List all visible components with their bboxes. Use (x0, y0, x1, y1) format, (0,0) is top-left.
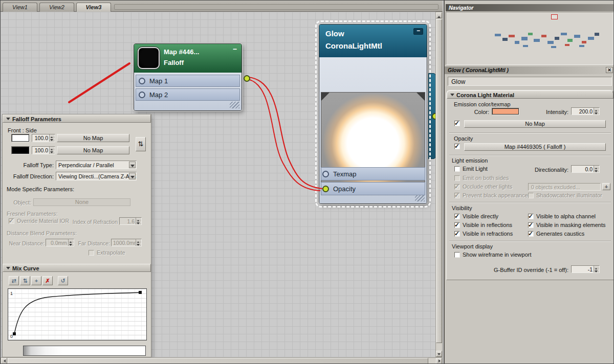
swap-colors-button[interactable]: ⇅ (136, 137, 146, 151)
falloff-node-header[interactable]: Map #446... − Falloff (134, 44, 242, 73)
opacity-map-button[interactable]: Map #4469305 ( Falloff ) (464, 143, 606, 151)
scroll-left-icon[interactable] (1, 358, 7, 364)
navigator-titlebar[interactable]: Navigator (446, 4, 614, 11)
visible-masking-label: Visible in masking elements (536, 222, 606, 228)
horizontal-scroll-thumb[interactable] (8, 358, 428, 364)
material-header-title: Glow ( CoronaLightMtl ) (448, 67, 509, 73)
falloff-direction-dropdown[interactable]: Viewing Directi...(Camera Z-Axis) (56, 172, 137, 180)
scroll-down-icon[interactable] (436, 351, 442, 357)
canvas-vertical-scrollbar[interactable] (435, 12, 443, 357)
side-amount-spinner[interactable]: 100.0 (32, 146, 55, 154)
spinner-arrows-icon[interactable] (49, 134, 55, 142)
glow-node-header[interactable]: Glow − CoronaLightMtl (319, 25, 427, 57)
navigator-node-thumbnail (555, 37, 559, 40)
show-wireframe-checkbox[interactable] (454, 252, 460, 258)
close-icon[interactable]: ✕ (606, 67, 613, 73)
spinner-arrows-icon[interactable] (594, 108, 599, 115)
falloff-thumbnail[interactable] (138, 47, 160, 69)
navigator-map[interactable] (446, 12, 613, 65)
falloff-parameters-rollout-header[interactable]: Falloff Parameters (3, 115, 151, 123)
light-emission-section-label: Light emission (452, 157, 488, 164)
canvas-horizontal-scrollbar[interactable] (1, 357, 443, 364)
extrapolate-checkbox (89, 250, 94, 256)
resize-grip-icon[interactable] (415, 195, 425, 201)
delete-point-button[interactable]: ✗ (42, 276, 53, 285)
material-name-field[interactable]: Glow (448, 77, 612, 86)
far-distance-spinner: 1000.0mm (111, 239, 142, 246)
falloff-slot-map2[interactable]: Map 2 (136, 88, 240, 101)
generates-caustics-checkbox[interactable] (528, 231, 534, 237)
falloff-node-title: Map #446... (164, 48, 199, 56)
navigator-node-thumbnail (509, 35, 515, 37)
node-glow[interactable]: Glow − CoronaLightMtl Texmap Opacity (319, 24, 427, 204)
add-exclude-button[interactable]: + (602, 183, 610, 190)
node-canvas[interactable]: Map #446... − Falloff Map 1 Map 2 Glow (1, 12, 435, 357)
visible-reflections-checkbox[interactable] (454, 222, 460, 228)
visible-refractions-checkbox[interactable] (454, 231, 460, 237)
reset-curve-button[interactable]: ↺ (58, 276, 68, 285)
mix-curve-graph[interactable]: 1 0 (8, 288, 147, 340)
mix-curve-plot (8, 289, 146, 340)
node-falloff[interactable]: Map #446... − Falloff Map 1 Map 2 (134, 43, 242, 111)
visible-directly-checkbox[interactable] (454, 214, 460, 219)
generates-caustics-label: Generates caustics (536, 231, 584, 237)
side-color-swatch[interactable] (11, 146, 30, 154)
visible-alpha-checkbox[interactable] (528, 214, 534, 219)
emission-map-checkbox[interactable] (454, 121, 460, 126)
spinner-arrows-icon[interactable] (49, 147, 55, 154)
directionality-label: Directionality: (529, 167, 568, 173)
spinner-arrows-icon[interactable] (594, 166, 599, 172)
glow-slot-texmap[interactable]: Texmap (321, 167, 425, 180)
tab-view1[interactable]: View1 (3, 3, 37, 12)
minimize-icon[interactable]: − (233, 46, 237, 53)
scroll-up-icon[interactable] (436, 12, 442, 18)
map1-input-socket[interactable] (139, 78, 145, 84)
viewport-display-section-label: Viewport display (452, 243, 493, 249)
side-map-button[interactable]: No Map (57, 146, 129, 154)
navigator-view-rect[interactable] (551, 14, 558, 19)
front-map-button[interactable]: No Map (57, 134, 129, 142)
resize-grip-icon[interactable] (230, 102, 239, 108)
add-point-button[interactable]: + (31, 276, 41, 285)
front-amount-spinner[interactable]: 100.0 (32, 134, 55, 142)
vertical-scroll-thumb[interactable] (436, 19, 442, 343)
falloff-type-dropdown[interactable]: Perpendicular / Parallel (56, 161, 137, 169)
emit-light-checkbox[interactable] (454, 166, 460, 172)
tab-view3[interactable]: View3 (76, 3, 111, 12)
shadowcatcher-row: Shadowcatcher illuminator (528, 192, 602, 198)
scale-point-button[interactable]: ⇅ (20, 276, 30, 285)
texmap-slot-label: Texmap (333, 170, 357, 178)
falloff-slot-map1[interactable]: Map 1 (136, 75, 240, 87)
opacity-map-checkbox[interactable] (454, 144, 460, 149)
move-point-button[interactable]: ⇄ (9, 276, 19, 285)
glow-output-socket[interactable] (432, 113, 435, 120)
section-divider (449, 202, 611, 203)
dropdown-arrow-icon[interactable] (129, 173, 136, 179)
spinner-arrows-icon[interactable] (594, 266, 599, 272)
material-header-bar[interactable]: Glow ( CoronaLightMtl ) ✕ (445, 66, 614, 74)
dropdown-arrow-icon[interactable] (129, 162, 136, 168)
texmap-input-socket[interactable] (322, 171, 329, 177)
opacity-input-socket[interactable] (322, 186, 329, 192)
mix-curve-rollout-header[interactable]: Mix Curve (3, 264, 151, 272)
emission-map-button[interactable]: No Map (464, 120, 606, 128)
falloff-node-body: Map 1 Map 2 (134, 73, 242, 110)
front-color-swatch[interactable] (11, 134, 30, 142)
tab-view2[interactable]: View2 (39, 3, 74, 12)
far-distance-value: 1000.0mm (112, 239, 136, 246)
intensity-spinner[interactable]: 200.0 (571, 107, 600, 115)
navigator-node-thumbnail (502, 38, 508, 41)
minimize-icon[interactable]: − (413, 28, 423, 35)
map2-input-socket[interactable] (139, 92, 145, 98)
override-ior-row: Override Material IOR (9, 218, 69, 224)
scroll-right-icon[interactable] (436, 358, 442, 364)
falloff-output-socket[interactable] (244, 75, 250, 82)
gbuffer-spinner[interactable]: -1 (571, 265, 600, 273)
glow-slot-opacity[interactable]: Opacity (321, 182, 425, 195)
emission-color-swatch[interactable] (492, 108, 519, 115)
visible-masking-checkbox[interactable] (528, 222, 534, 228)
mode-specific-label: Mode Specific Parameters: (7, 186, 74, 192)
corona-rollout-header[interactable]: Corona Light Material (447, 90, 613, 99)
directionality-spinner[interactable]: 0.0 (571, 165, 600, 173)
glow-node-title: Glow (325, 29, 344, 38)
